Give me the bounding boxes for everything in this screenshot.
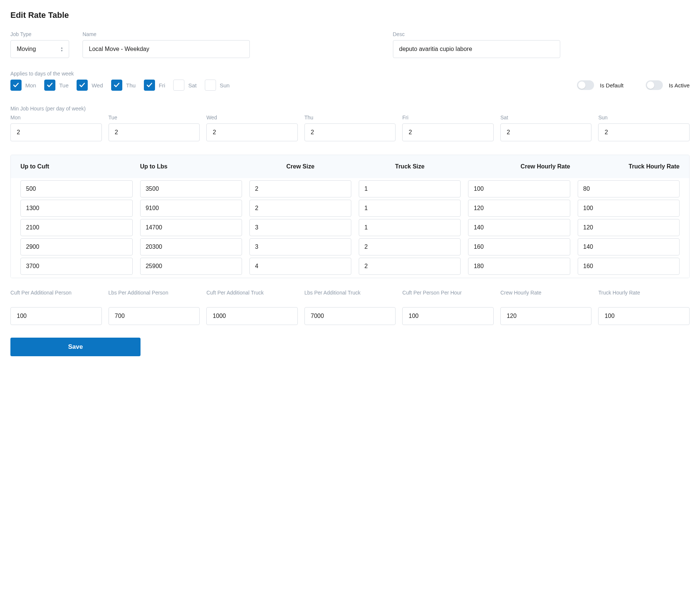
addl-cuft-person-label: Cuft Per Additional Person	[10, 289, 102, 304]
rate-crewRate-input[interactable]	[468, 180, 570, 197]
rate-truck-input[interactable]	[359, 258, 461, 275]
addl-cuft-person-hour-label: Cuft Per Person Per Hour	[402, 289, 494, 304]
job-type-label: Job Type	[10, 31, 69, 37]
checkbox-tue[interactable]	[44, 80, 55, 91]
rate-crewRate-input[interactable]	[468, 238, 570, 255]
rate-crewRate-input[interactable]	[468, 200, 570, 217]
addl-truck-rate-input[interactable]	[598, 307, 690, 325]
rate-crew-input[interactable]	[249, 200, 351, 217]
rate-crew-input[interactable]	[249, 180, 351, 197]
th-truck-rate: Truck Hourly Rate	[578, 163, 680, 170]
th-crew-rate: Crew Hourly Rate	[468, 163, 570, 170]
rate-truckRate-input[interactable]	[578, 200, 680, 217]
mjh-label-tue: Tue	[109, 115, 200, 120]
job-type-value: Moving	[17, 46, 36, 52]
rate-cuft-input[interactable]	[20, 200, 133, 217]
rate-lbs-input[interactable]	[140, 180, 242, 197]
page-title: Edit Rate Table	[10, 10, 690, 20]
mjh-input-thu[interactable]	[304, 123, 396, 141]
name-input[interactable]	[83, 40, 250, 58]
rate-truckRate-input[interactable]	[578, 219, 680, 236]
th-crew-size: Crew Size	[249, 163, 351, 170]
rate-truck-input[interactable]	[359, 238, 461, 255]
table-row	[11, 236, 689, 255]
mjh-input-sat[interactable]	[500, 123, 592, 141]
mjh-input-sun[interactable]	[598, 123, 690, 141]
toggle-is-default-label: Is Default	[600, 82, 623, 88]
name-label: Name	[83, 31, 380, 37]
day-label-mon: Mon	[25, 82, 36, 88]
toggle-is-active-label: Is Active	[669, 82, 690, 88]
rate-lbs-input[interactable]	[140, 238, 242, 255]
th-truck-size: Truck Size	[359, 163, 461, 170]
addl-lbs-truck-input[interactable]	[304, 307, 396, 325]
rate-crew-input[interactable]	[249, 258, 351, 275]
rate-table: Up to Cuft Up to Lbs Crew Size Truck Siz…	[10, 155, 690, 278]
min-job-hours-label: Min Job Hours (per day of week)	[10, 106, 690, 112]
rate-truck-input[interactable]	[359, 200, 461, 217]
toggle-is-default[interactable]	[577, 80, 594, 90]
day-label-fri: Fri	[159, 82, 165, 88]
rate-crewRate-input[interactable]	[468, 258, 570, 275]
th-lbs: Up to Lbs	[140, 163, 242, 170]
rate-lbs-input[interactable]	[140, 200, 242, 217]
rate-cuft-input[interactable]	[20, 238, 133, 255]
addl-cuft-truck-input[interactable]	[206, 307, 298, 325]
addl-crew-rate-label: Crew Hourly Rate	[500, 289, 592, 304]
desc-label: Desc	[393, 31, 690, 37]
rate-crewRate-input[interactable]	[468, 219, 570, 236]
mjh-label-mon: Mon	[10, 115, 102, 120]
rate-truckRate-input[interactable]	[578, 258, 680, 275]
day-label-thu: Thu	[126, 82, 136, 88]
addl-lbs-person-input[interactable]	[109, 307, 200, 325]
mjh-label-thu: Thu	[304, 115, 396, 120]
table-row	[11, 178, 689, 197]
mjh-input-fri[interactable]	[402, 123, 494, 141]
table-row	[11, 255, 689, 275]
mjh-input-tue[interactable]	[109, 123, 200, 141]
addl-truck-rate-label: Truck Hourly Rate	[598, 289, 690, 304]
addl-cuft-person-input[interactable]	[10, 307, 102, 325]
addl-cuft-truck-label: Cuft Per Additional Truck	[206, 289, 298, 304]
save-button[interactable]: Save	[10, 338, 141, 356]
rate-cuft-input[interactable]	[20, 180, 133, 197]
rate-truck-input[interactable]	[359, 219, 461, 236]
mjh-input-wed[interactable]	[206, 123, 298, 141]
mjh-label-wed: Wed	[206, 115, 298, 120]
rate-cuft-input[interactable]	[20, 219, 133, 236]
day-label-tue: Tue	[59, 82, 68, 88]
rate-lbs-input[interactable]	[140, 219, 242, 236]
mjh-input-mon[interactable]	[10, 123, 102, 141]
day-label-sat: Sat	[188, 82, 197, 88]
rate-lbs-input[interactable]	[140, 258, 242, 275]
rate-truckRate-input[interactable]	[578, 238, 680, 255]
th-cuft: Up to Cuft	[20, 163, 133, 170]
mjh-label-sat: Sat	[500, 115, 592, 120]
rate-truckRate-input[interactable]	[578, 180, 680, 197]
checkbox-thu[interactable]	[111, 80, 122, 91]
rate-crew-input[interactable]	[249, 219, 351, 236]
day-label-sun: Sun	[220, 82, 230, 88]
days-section-label: Applies to days of the week	[10, 71, 690, 77]
day-label-wed: Wed	[91, 82, 103, 88]
addl-lbs-person-label: Lbs Per Additional Person	[109, 289, 200, 304]
desc-input[interactable]	[393, 40, 560, 58]
rate-cuft-input[interactable]	[20, 258, 133, 275]
mjh-label-sun: Sun	[598, 115, 690, 120]
checkbox-mon[interactable]	[10, 80, 22, 91]
addl-cuft-person-hour-input[interactable]	[402, 307, 494, 325]
rate-crew-input[interactable]	[249, 238, 351, 255]
chevron-updown-icon: ▴▾	[61, 46, 63, 52]
toggle-is-active[interactable]	[646, 80, 663, 90]
addl-lbs-truck-label: Lbs Per Additional Truck	[304, 289, 396, 304]
checkbox-wed[interactable]	[77, 80, 88, 91]
addl-crew-rate-input[interactable]	[500, 307, 592, 325]
job-type-select[interactable]: Moving ▴▾	[10, 40, 69, 58]
checkbox-sat[interactable]	[173, 80, 184, 91]
checkbox-fri[interactable]	[144, 80, 155, 91]
checkbox-sun[interactable]	[205, 80, 216, 91]
table-row	[11, 217, 689, 236]
mjh-label-fri: Fri	[402, 115, 494, 120]
rate-truck-input[interactable]	[359, 180, 461, 197]
table-row	[11, 197, 689, 217]
